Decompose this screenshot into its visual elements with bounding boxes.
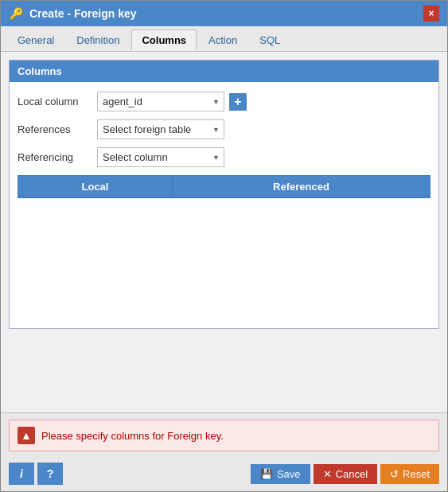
action-right: 💾 Save ✕ Cancel ↺ Reset	[251, 464, 439, 484]
tab-general[interactable]: General	[7, 29, 64, 51]
tab-bar: General Definition Columns Action SQL	[1, 26, 447, 52]
columns-section: Columns Local column agent_id +	[9, 60, 439, 329]
references-select[interactable]: Select foreign table	[97, 119, 224, 139]
local-column-select[interactable]: agent_id	[97, 92, 224, 111]
title-bar-left: 🔑 Create - Foreign key	[9, 6, 137, 21]
save-button[interactable]: 💾 Save	[251, 464, 310, 484]
foreign-key-dialog: 🔑 Create - Foreign key × General Definit…	[0, 0, 448, 492]
referencing-select-wrapper: Select column	[97, 147, 224, 167]
local-column-row: Local column agent_id +	[18, 92, 430, 111]
referencing-select[interactable]: Select column	[97, 147, 224, 167]
reset-button[interactable]: ↺ Reset	[380, 464, 439, 484]
tab-action[interactable]: Action	[198, 29, 247, 51]
dialog-title: Create - Foreign key	[29, 7, 137, 20]
key-icon: 🔑	[9, 6, 23, 21]
local-column-label: Local column	[18, 96, 97, 107]
local-column-header: Local	[18, 176, 173, 198]
reset-label: Reset	[403, 468, 430, 480]
tab-columns[interactable]: Columns	[131, 29, 197, 51]
bottom-bar: ▲ Please specify columns for Foreign key…	[1, 412, 447, 491]
referencing-label: Referencing	[18, 151, 97, 163]
cancel-icon: ✕	[323, 468, 332, 480]
action-buttons-row: i ? 💾 Save ✕ Cancel ↺ Reset	[1, 458, 447, 491]
references-row: References Select foreign table	[18, 119, 430, 139]
local-column-select-wrapper: agent_id	[97, 92, 224, 111]
referencing-row: Referencing Select column	[18, 147, 430, 167]
error-icon: ▲	[18, 427, 35, 444]
add-column-button[interactable]: +	[229, 93, 247, 111]
action-left: i ?	[9, 463, 63, 485]
save-icon: 💾	[260, 468, 273, 480]
help-button[interactable]: ?	[37, 463, 63, 485]
main-content: Columns Local column agent_id +	[1, 52, 447, 412]
cancel-button[interactable]: ✕ Cancel	[314, 464, 377, 484]
save-label: Save	[277, 468, 301, 480]
references-select-wrapper: Select foreign table	[97, 119, 224, 139]
columns-section-body: Local column agent_id + References	[10, 82, 438, 328]
error-bar: ▲ Please specify columns for Foreign key…	[9, 420, 439, 451]
columns-table: Local Referenced	[18, 175, 430, 198]
tab-sql[interactable]: SQL	[249, 29, 290, 51]
tab-definition[interactable]: Definition	[66, 29, 130, 51]
cancel-label: Cancel	[336, 468, 368, 480]
info-button[interactable]: i	[9, 463, 34, 485]
columns-table-area: Local Referenced	[18, 175, 430, 318]
columns-section-header: Columns	[10, 61, 438, 82]
error-message: Please specify columns for Foreign key.	[41, 430, 224, 442]
references-label: References	[18, 123, 97, 135]
title-bar: 🔑 Create - Foreign key ×	[1, 1, 447, 26]
close-button[interactable]: ×	[423, 6, 439, 21]
reset-icon: ↺	[390, 468, 399, 480]
local-column-control: agent_id +	[97, 92, 247, 111]
referenced-column-header: Referenced	[172, 176, 430, 198]
